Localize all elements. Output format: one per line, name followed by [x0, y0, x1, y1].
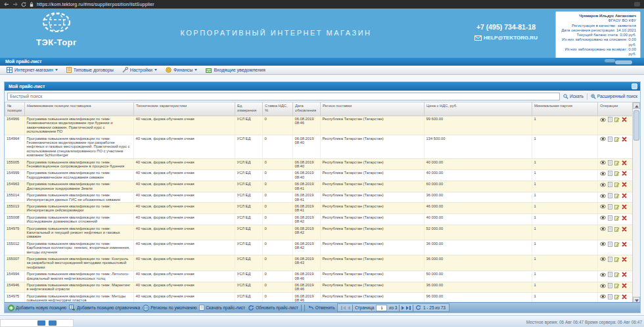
edit-icon[interactable]: [614, 193, 620, 198]
table-row[interactable]: 155008Программа повышения квалификации п…: [5, 214, 632, 225]
edit-icon[interactable]: [614, 242, 620, 247]
column-header[interactable]: № позиции: [5, 102, 25, 116]
search-button[interactable]: Искать: [563, 94, 584, 99]
scroll-up-icon[interactable]: [633, 102, 640, 109]
prev-page-icon[interactable]: [348, 306, 350, 310]
view-icon[interactable]: [600, 194, 606, 198]
table-row[interactable]: 155014Программа повышения квалификации п…: [5, 192, 632, 203]
view-icon[interactable]: [600, 160, 606, 165]
edit-icon[interactable]: [614, 160, 620, 165]
column-header[interactable]: Технические характеристики: [134, 102, 235, 116]
copy-icon[interactable]: [608, 215, 612, 221]
delete-icon[interactable]: [622, 193, 627, 198]
table-row[interactable]: 155005Программа повышения квалификации п…: [5, 159, 632, 170]
reload-list-icon[interactable]: [415, 305, 421, 311]
menu-item-internet-shop[interactable]: Интернет-магазин: [3, 66, 63, 74]
edit-icon[interactable]: [614, 283, 620, 288]
edit-icon[interactable]: [614, 272, 620, 277]
view-icon[interactable]: [600, 171, 606, 176]
edit-icon[interactable]: [614, 257, 620, 262]
table-row[interactable]: 154994Программа повышения квалификации п…: [5, 271, 632, 282]
view-icon[interactable]: [600, 118, 606, 122]
view-icon[interactable]: [600, 272, 606, 277]
column-header[interactable]: Регион поставки: [321, 102, 425, 116]
delete-icon[interactable]: [622, 182, 627, 187]
address-bar[interactable]: https://kom.tektorg.ru/#ms/supplierposit…: [37, 2, 154, 7]
next-page-icon[interactable]: [402, 306, 404, 310]
advanced-search-button[interactable]: Расширенный поиск: [591, 94, 637, 99]
edit-icon[interactable]: [614, 215, 620, 221]
edit-icon[interactable]: [614, 117, 620, 122]
support-email[interactable]: HELP@TEKTORG.RU: [460, 35, 552, 41]
delete-icon[interactable]: [622, 160, 627, 165]
copy-icon[interactable]: [608, 294, 612, 299]
delete-icon[interactable]: [622, 242, 627, 247]
copy-icon[interactable]: [608, 160, 612, 165]
copy-icon[interactable]: [608, 242, 612, 247]
delete-icon[interactable]: [622, 272, 627, 277]
delete-icon[interactable]: [622, 283, 627, 288]
view-icon[interactable]: [600, 227, 606, 231]
view-icon[interactable]: [600, 204, 606, 209]
vertical-scrollbar[interactable]: [632, 102, 640, 303]
menu-item-notifications[interactable]: Входящие уведомления: [202, 66, 270, 74]
add-position-button[interactable]: Добавить новую позицию: [8, 305, 66, 311]
delete-icon[interactable]: [622, 257, 627, 262]
menu-item-finances[interactable]: Финансы: [162, 66, 202, 74]
view-icon[interactable]: [600, 137, 606, 141]
view-icon[interactable]: [600, 215, 606, 220]
column-header[interactable]: Цена с НДС, руб.: [425, 102, 532, 116]
search-input[interactable]: [7, 93, 560, 100]
delete-icon[interactable]: [622, 227, 627, 232]
edit-icon[interactable]: [614, 171, 620, 176]
first-page-icon[interactable]: [341, 306, 346, 310]
column-header[interactable]: Минимальная партия: [532, 102, 598, 116]
update-pricelist-button[interactable]: Обновить прайс-лист: [248, 305, 298, 311]
copy-icon[interactable]: [608, 283, 612, 288]
view-icon[interactable]: [600, 294, 606, 299]
table-row[interactable]: 155013Программа повышения квалификации п…: [5, 203, 632, 214]
copy-icon[interactable]: [608, 171, 612, 176]
copy-icon[interactable]: [608, 193, 612, 198]
delete-icon[interactable]: [622, 171, 627, 176]
menu-item-contracts[interactable]: Типовые договоры: [63, 66, 119, 74]
edit-icon[interactable]: [614, 204, 620, 209]
column-header[interactable]: Операции: [598, 102, 633, 116]
copy-icon[interactable]: [608, 227, 612, 232]
table-row[interactable]: 155012Программа повышения квалификации п…: [5, 240, 632, 255]
table-row[interactable]: 155007Программа повышения квалификации п…: [5, 255, 632, 271]
delete-icon[interactable]: [622, 294, 627, 299]
table-row[interactable]: 154946Программа повышения квалификации п…: [5, 282, 632, 293]
refresh-icon[interactable]: [21, 2, 26, 7]
edit-icon[interactable]: [614, 182, 620, 187]
add-reference-position-button[interactable]: Добавить позицию справочника: [69, 305, 140, 311]
edit-icon[interactable]: [614, 137, 620, 142]
column-header[interactable]: Наименование позиции поставщика: [25, 102, 134, 116]
menu-item-settings[interactable]: Настройки: [119, 66, 162, 74]
forward-icon[interactable]: [12, 2, 18, 7]
delete-icon[interactable]: [622, 204, 627, 209]
download-pricelist-button[interactable]: Скачать прайс-лист: [199, 305, 245, 311]
view-icon[interactable]: [600, 183, 606, 187]
delete-icon[interactable]: [622, 117, 627, 122]
table-row[interactable]: 154979Программа повышения квалификации п…: [5, 225, 632, 240]
scrollbar-thumb[interactable]: [633, 110, 639, 141]
copy-icon[interactable]: [608, 137, 612, 142]
view-icon[interactable]: [600, 257, 606, 261]
copy-icon[interactable]: [608, 257, 612, 262]
delete-icon[interactable]: [622, 215, 627, 221]
copy-icon[interactable]: [608, 117, 612, 122]
default-regions-button[interactable]: Регионы по умолчанию: [143, 305, 196, 311]
back-icon[interactable]: [4, 2, 9, 7]
browser-extension-icon[interactable]: [634, 2, 640, 7]
edit-icon[interactable]: [614, 294, 620, 299]
column-header[interactable]: Ставка НДС, %: [263, 102, 293, 116]
column-header[interactable]: Ед. измерения: [235, 102, 263, 116]
table-row[interactable]: 154964Программа повышения квалификации п…: [5, 135, 632, 159]
cancel-button[interactable]: Отменить: [308, 305, 335, 311]
table-row[interactable]: 154963Программа повышения квалификации п…: [5, 181, 632, 192]
table-row[interactable]: 154966Программа повышения квалификации п…: [5, 116, 632, 135]
column-header[interactable]: Дата обновления: [293, 102, 321, 116]
delete-icon[interactable]: [622, 137, 627, 142]
collapse-panel-icon[interactable]: [632, 83, 637, 89]
